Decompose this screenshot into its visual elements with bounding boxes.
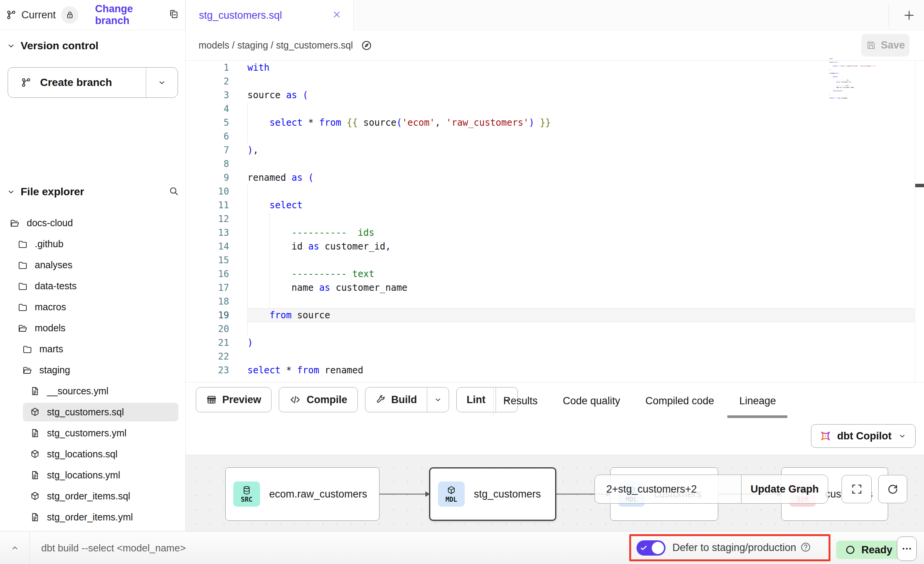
- fullscreen-button[interactable]: [842, 475, 872, 503]
- save-button[interactable]: Save: [861, 34, 909, 57]
- code-line-4[interactable]: 4: [186, 102, 924, 116]
- panel-tab-code-quality[interactable]: Code quality: [563, 382, 620, 419]
- file-item--github[interactable]: .github: [0, 233, 185, 254]
- panel-tab-compiled-code[interactable]: Compiled code: [645, 382, 714, 419]
- code-line-5[interactable]: 5 select * from {{ source('ecom', 'raw_c…: [186, 116, 924, 130]
- code-line-20[interactable]: 20: [186, 322, 924, 336]
- line-number: 19: [186, 308, 229, 322]
- file-item-stg-locations-sql[interactable]: stg_locations.sql: [0, 444, 185, 465]
- code-line-1[interactable]: 1with: [186, 61, 924, 75]
- close-icon: [332, 10, 342, 19]
- code-line-11[interactable]: 11 select: [186, 198, 924, 212]
- command-input[interactable]: dbt build --select <model_name>: [41, 532, 186, 564]
- badge-label: MDL: [446, 496, 457, 503]
- lock-icon: [65, 10, 75, 20]
- code-line-23[interactable]: 23select * from renamed: [186, 363, 924, 377]
- code-line-21[interactable]: 21): [186, 336, 924, 350]
- build-dropdown[interactable]: [427, 387, 449, 412]
- file-item-analyses[interactable]: analyses: [0, 254, 185, 276]
- preview-button[interactable]: Preview: [196, 387, 271, 412]
- file-item-stg-customers-sql[interactable]: stg_customers.sql: [0, 402, 185, 423]
- code-line-18[interactable]: 18: [186, 295, 924, 308]
- line-content: ),: [247, 143, 258, 157]
- create-branch-label: Create branch: [40, 76, 112, 89]
- file-item-docs-cloud[interactable]: docs-cloud: [0, 212, 185, 233]
- code-editor[interactable]: 1with23source as (45 select * from {{ so…: [186, 61, 924, 382]
- code-line-17[interactable]: 17 name as customer_name: [186, 281, 924, 295]
- open-lineage-button[interactable]: [354, 34, 379, 57]
- fullscreen-icon: [850, 483, 863, 496]
- file-item-staging[interactable]: staging: [0, 360, 185, 381]
- lineage-node-mdl-stg-customers[interactable]: MDLstg_customers: [429, 467, 556, 521]
- copy-icon: [168, 9, 179, 19]
- change-branch-link[interactable]: Change branch: [95, 3, 168, 27]
- update-graph-button[interactable]: Update Graph: [741, 475, 828, 503]
- defer-toggle[interactable]: [636, 540, 666, 556]
- tab-stg-customers-sql[interactable]: stg_customers.sql: [186, 0, 354, 31]
- dbt-copilot-button[interactable]: dbt Copilot: [811, 424, 916, 448]
- new-tab-button[interactable]: [897, 3, 921, 28]
- line-content: from source: [247, 308, 330, 322]
- compile-button[interactable]: Compile: [279, 387, 358, 412]
- file-label: stg_locations.sql: [47, 449, 118, 460]
- preview-label: Preview: [222, 394, 261, 406]
- code-line-6[interactable]: 6: [186, 130, 924, 143]
- file-item-data-tests[interactable]: data-tests: [0, 276, 185, 297]
- file-item-marts[interactable]: marts: [0, 339, 185, 360]
- file-item-stg-customers-yml[interactable]: stg_customers.yml: [0, 423, 185, 444]
- code-line-22[interactable]: 22: [186, 350, 924, 363]
- version-control-section-header[interactable]: Version control: [0, 37, 185, 55]
- file-item--sources-yml[interactable]: __sources.yml: [0, 381, 185, 402]
- code-line-19[interactable]: 19 from source: [186, 308, 924, 322]
- file-item-stg-locations-yml[interactable]: stg_locations.yml: [0, 465, 185, 486]
- refresh-button[interactable]: [878, 475, 907, 503]
- build-button[interactable]: Build: [365, 387, 449, 412]
- file-item-macros[interactable]: macros: [0, 297, 185, 318]
- panel-tab-lineage[interactable]: Lineage: [739, 382, 776, 419]
- toolbar-divider: [493, 386, 494, 415]
- lineage-node-src-ecom-raw-customers[interactable]: SRCecom.raw_customers: [225, 467, 380, 521]
- copilot-strip: dbt Copilot: [186, 419, 924, 455]
- node-label: stg_customers: [474, 488, 541, 500]
- line-number: 17: [186, 281, 229, 295]
- code-line-8[interactable]: 8: [186, 157, 924, 171]
- defer-label: Defer to staging/production: [672, 542, 796, 554]
- copy-button[interactable]: [168, 9, 179, 21]
- lineage-selector-input[interactable]: 2+stg_customers+2: [595, 475, 741, 503]
- collapse-panel-button[interactable]: [0, 532, 30, 564]
- file-search-button[interactable]: [168, 186, 179, 198]
- file-label: macros: [35, 301, 66, 313]
- code-line-10[interactable]: 10: [186, 185, 924, 198]
- code-line-15[interactable]: 15: [186, 253, 924, 267]
- scrollbar-thumb[interactable]: [915, 184, 924, 187]
- panel-tabs: ResultsCode qualityCompiled codeLineage: [503, 382, 776, 419]
- code-line-3[interactable]: 3source as (: [186, 88, 924, 102]
- code-line-16[interactable]: 16 ---------- text: [186, 267, 924, 281]
- help-icon[interactable]: [800, 541, 811, 554]
- panel-tab-results[interactable]: Results: [503, 382, 538, 419]
- dbt-copilot-logo-icon: [820, 430, 831, 442]
- code-line-7[interactable]: 7),: [186, 143, 924, 157]
- file-item-stg-order-items-sql[interactable]: stg_order_items.sql: [0, 486, 185, 507]
- lineage-canvas[interactable]: 2+stg_customers+2 Update Graph SRCecom.r…: [186, 455, 924, 531]
- code-line-12[interactable]: 12: [186, 212, 924, 226]
- refresh-icon: [886, 483, 899, 496]
- create-branch-dropdown[interactable]: [146, 68, 178, 97]
- file-explorer-section-header[interactable]: File explorer: [0, 183, 185, 201]
- document-icon: [30, 512, 40, 522]
- branch-header: Current Change branch: [0, 0, 185, 30]
- code-line-2[interactable]: 2: [186, 75, 924, 88]
- code-lines: 1with23source as (45 select * from {{ so…: [186, 61, 924, 377]
- code-line-9[interactable]: 9renamed as (: [186, 171, 924, 185]
- file-label: stg_customers.sql: [47, 407, 124, 418]
- line-content: with: [247, 61, 270, 75]
- more-options-button[interactable]: [897, 536, 917, 561]
- code-line-14[interactable]: 14 id as customer_id,: [186, 240, 924, 253]
- file-item-stg-order-items-yml[interactable]: stg_order_items.yml: [0, 507, 185, 528]
- node-type-badge: MDL: [438, 481, 465, 507]
- tab-close-button[interactable]: [332, 10, 342, 21]
- create-branch-button[interactable]: Create branch: [8, 67, 178, 98]
- file-item-models[interactable]: models: [0, 318, 185, 339]
- code-line-13[interactable]: 13 ---------- ids: [186, 226, 924, 240]
- create-branch-main[interactable]: Create branch: [8, 68, 146, 97]
